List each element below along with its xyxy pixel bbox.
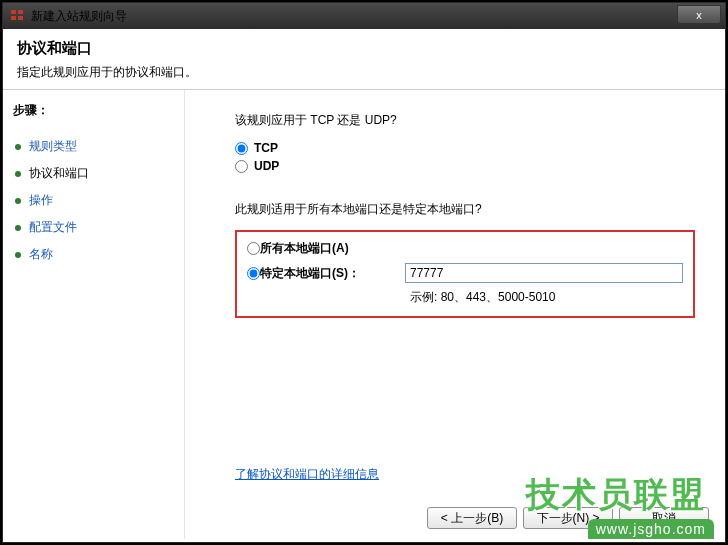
next-button[interactable]: 下一步(N) >: [523, 507, 613, 529]
bullet-icon: [15, 171, 21, 177]
page-title: 协议和端口: [17, 39, 711, 58]
cancel-button[interactable]: 取消: [619, 507, 709, 529]
highlight-box: 所有本地端口(A) 特定本地端口(S)： 示例: 80、443、5000-501…: [235, 230, 695, 318]
udp-radio[interactable]: [235, 160, 248, 173]
steps-label: 步骤：: [13, 102, 174, 119]
wizard-content: 该规则应用于 TCP 还是 UDP? TCP UDP 此规则适用于所有本地端口还…: [185, 90, 725, 539]
protocol-question: 该规则应用于 TCP 还是 UDP?: [235, 112, 695, 129]
window-title: 新建入站规则向导: [31, 8, 127, 25]
steps-sidebar: 步骤： 规则类型 协议和端口 操作 配置文件 名称: [3, 90, 185, 539]
bullet-icon: [15, 252, 21, 258]
tcp-radio[interactable]: [235, 142, 248, 155]
wizard-body: 步骤： 规则类型 协议和端口 操作 配置文件 名称 该规: [3, 90, 725, 539]
wizard-header: 协议和端口 指定此规则应用于的协议和端口。: [3, 29, 725, 90]
wizard-window: 新建入站规则向导 x 协议和端口 指定此规则应用于的协议和端口。 步骤： 规则类…: [2, 2, 726, 543]
close-button[interactable]: x: [677, 5, 721, 24]
learn-more-link[interactable]: 了解协议和端口的详细信息: [235, 466, 379, 483]
port-section: 此规则适用于所有本地端口还是特定本地端口? 所有本地端口(A) 特定本地端口(S…: [235, 201, 695, 318]
page-subtitle: 指定此规则应用于的协议和端口。: [17, 64, 711, 81]
firewall-icon: [9, 8, 25, 24]
all-ports-label[interactable]: 所有本地端口(A): [260, 240, 405, 257]
all-ports-option[interactable]: 所有本地端口(A): [247, 240, 683, 257]
tcp-option[interactable]: TCP: [235, 141, 695, 155]
step-label: 配置文件: [29, 219, 77, 236]
specific-ports-option[interactable]: 特定本地端口(S)：: [247, 263, 683, 283]
port-question: 此规则适用于所有本地端口还是特定本地端口?: [235, 201, 695, 218]
step-label: 协议和端口: [29, 165, 89, 182]
step-profile[interactable]: 配置文件: [13, 214, 174, 241]
step-rule-type[interactable]: 规则类型: [13, 133, 174, 160]
port-input[interactable]: [405, 263, 683, 283]
all-ports-radio[interactable]: [247, 242, 260, 255]
step-protocol-port[interactable]: 协议和端口: [13, 160, 174, 187]
specific-ports-radio[interactable]: [247, 267, 260, 280]
udp-option[interactable]: UDP: [235, 159, 695, 173]
step-label: 名称: [29, 246, 53, 263]
bullet-icon: [15, 198, 21, 204]
udp-label[interactable]: UDP: [254, 159, 279, 173]
bullet-icon: [15, 225, 21, 231]
step-name[interactable]: 名称: [13, 241, 174, 268]
specific-ports-label[interactable]: 特定本地端口(S)：: [260, 265, 405, 282]
step-label: 规则类型: [29, 138, 77, 155]
bullet-icon: [15, 144, 21, 150]
port-example: 示例: 80、443、5000-5010: [410, 289, 683, 306]
tcp-label[interactable]: TCP: [254, 141, 278, 155]
titlebar: 新建入站规则向导 x: [3, 3, 725, 29]
wizard-footer: < 上一步(B) 下一步(N) > 取消: [427, 507, 709, 529]
back-button[interactable]: < 上一步(B): [427, 507, 517, 529]
step-label: 操作: [29, 192, 53, 209]
step-action[interactable]: 操作: [13, 187, 174, 214]
